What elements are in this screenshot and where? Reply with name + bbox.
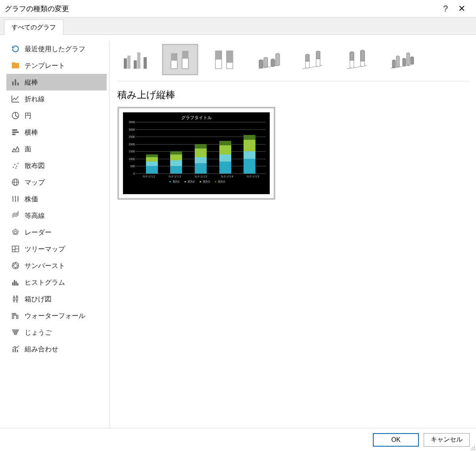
sidebar-item-label: レーダー	[25, 228, 52, 237]
sidebar-item-line[interactable]: 折れ線	[6, 91, 107, 107]
funnel-icon	[10, 327, 21, 337]
subtype-3d-column[interactable]	[384, 44, 420, 75]
sidebar-item-treemap[interactable]: ツリーマップ	[6, 241, 107, 257]
sidebar-item-map[interactable]: マップ	[6, 174, 107, 191]
tabstrip: すべてのグラフ	[0, 17, 476, 35]
main-pane: 積み上げ縦棒 グラフタイトル 0500100015002000250030003…	[109, 40, 469, 428]
dialog-title: グラフの種類の変更	[5, 4, 439, 13]
waterfall-icon	[10, 310, 21, 321]
close-icon[interactable]: ✕	[452, 2, 471, 15]
subtype-stacked-column[interactable]	[162, 44, 198, 75]
svg-rect-36	[134, 60, 137, 69]
svg-rect-20	[14, 280, 15, 286]
sidebar-item-scatter[interactable]: 散布図	[6, 157, 107, 174]
svg-rect-37	[137, 52, 140, 69]
svg-rect-21	[15, 281, 17, 285]
combo-icon	[10, 344, 21, 354]
treemap-icon	[10, 244, 21, 254]
bar-icon	[10, 127, 21, 137]
sidebar-item-label: ウォーターフォール	[25, 311, 85, 320]
footer: OK キャンセル	[0, 428, 476, 451]
svg-rect-28	[13, 330, 19, 331]
svg-rect-23	[13, 297, 15, 300]
svg-rect-25	[12, 314, 14, 319]
sidebar-item-column[interactable]: 縦棒	[6, 74, 107, 91]
sidebar-item-area[interactable]: 面	[6, 141, 107, 157]
recent-icon	[10, 44, 21, 54]
svg-point-10	[14, 164, 15, 165]
sidebar-item-recent[interactable]: 最近使用したグラフ	[6, 40, 107, 57]
ok-button[interactable]: OK	[373, 433, 419, 447]
svg-rect-33	[17, 350, 18, 352]
svg-rect-29	[13, 332, 17, 333]
sidebar-item-boxwhisker[interactable]: 箱ひげ図	[6, 291, 107, 307]
sidebar-item-label: 最近使用したグラフ	[25, 44, 85, 54]
svg-rect-34	[124, 58, 127, 69]
sidebar-item-surface[interactable]: 等高線	[6, 207, 107, 224]
sidebar-item-bar[interactable]: 横棒	[6, 124, 107, 141]
titlebar: グラフの種類の変更 ? ✕	[0, 0, 476, 17]
area-icon	[10, 144, 21, 154]
sidebar-item-pie[interactable]: 円	[6, 107, 107, 124]
sidebar-item-stock[interactable]: 株価	[6, 191, 107, 207]
sidebar-item-funnel[interactable]: じょうご	[6, 324, 107, 341]
pie-icon	[10, 110, 21, 121]
sidebar-item-label: 縦棒	[25, 78, 38, 87]
help-icon[interactable]: ?	[439, 4, 452, 14]
sidebar-item-histogram[interactable]: ヒストグラム	[6, 274, 107, 291]
templates-icon	[10, 60, 21, 71]
svg-rect-24	[16, 297, 18, 301]
map-icon	[10, 177, 21, 187]
svg-rect-30	[14, 333, 17, 335]
scatter-icon	[10, 160, 21, 171]
sidebar-item-label: 散布図	[25, 161, 45, 170]
surface-icon	[10, 210, 21, 221]
sidebar-item-radar[interactable]: レーダー	[6, 224, 107, 241]
chart-preview[interactable]: グラフタイトル 0500100015002000250030003500 カテゴ…	[117, 107, 275, 200]
svg-rect-46	[226, 51, 233, 63]
subtype-clustered-column[interactable]	[117, 44, 154, 75]
resize-grip-icon[interactable]	[470, 445, 475, 450]
subtype-3d-stacked-column[interactable]	[295, 44, 332, 75]
svg-rect-35	[127, 56, 131, 69]
sidebar-item-label: 箱ひげ図	[25, 295, 52, 304]
category-sidebar: 最近使用したグラフテンプレート縦棒折れ線円横棒面散布図マップ株価等高線レーダーツ…	[6, 40, 109, 428]
svg-point-11	[16, 166, 17, 167]
chart-preview-inner: グラフタイトル 0500100015002000250030003500 カテゴ…	[123, 112, 270, 194]
sidebar-item-label: 横棒	[25, 128, 38, 137]
svg-rect-31	[13, 349, 14, 352]
subtype-3d-100-stacked-column[interactable]	[340, 44, 376, 75]
subtype-row	[117, 40, 469, 81]
subtype-100-stacked-column[interactable]	[206, 44, 243, 75]
svg-rect-41	[182, 58, 188, 69]
svg-point-9	[13, 167, 14, 168]
radar-icon	[10, 227, 21, 237]
sidebar-item-combo[interactable]: 組み合わせ	[6, 341, 107, 357]
sunburst-icon	[10, 260, 21, 271]
column-icon	[10, 77, 21, 87]
svg-rect-32	[15, 347, 16, 352]
svg-rect-8	[12, 134, 15, 135]
boxwhisker-icon	[10, 294, 21, 304]
svg-rect-7	[12, 131, 19, 133]
subtype-3d-clustered-column[interactable]	[251, 44, 287, 75]
sidebar-item-waterfall[interactable]: ウォーターフォール	[6, 307, 107, 324]
sidebar-item-templates[interactable]: テンプレート	[6, 57, 107, 74]
svg-rect-2	[12, 81, 14, 85]
chart-xlabels: カテゴリ1カテゴリ2カテゴリ3カテゴリ4カテゴリ5	[136, 175, 266, 179]
sidebar-item-label: ヒストグラム	[25, 278, 65, 287]
cancel-button[interactable]: キャンセル	[424, 433, 470, 447]
svg-rect-22	[17, 283, 18, 285]
chart-legend: ■系列1■系列2■系列3■系列4	[127, 180, 266, 184]
svg-rect-6	[12, 129, 17, 131]
svg-point-13	[15, 168, 16, 169]
tab-all-charts[interactable]: すべてのグラフ	[4, 19, 63, 35]
sidebar-item-label: じょうご	[25, 328, 52, 337]
sidebar-item-label: 組み合わせ	[25, 345, 58, 354]
sidebar-item-sunburst[interactable]: サンバースト	[6, 257, 107, 274]
sidebar-item-label: 面	[25, 145, 31, 154]
svg-rect-26	[14, 314, 16, 316]
content-area: 最近使用したグラフテンプレート縦棒折れ線円横棒面散布図マップ株価等高線レーダーツ…	[0, 35, 476, 428]
line-icon	[10, 94, 21, 104]
subtype-title: 積み上げ縦棒	[117, 89, 469, 101]
